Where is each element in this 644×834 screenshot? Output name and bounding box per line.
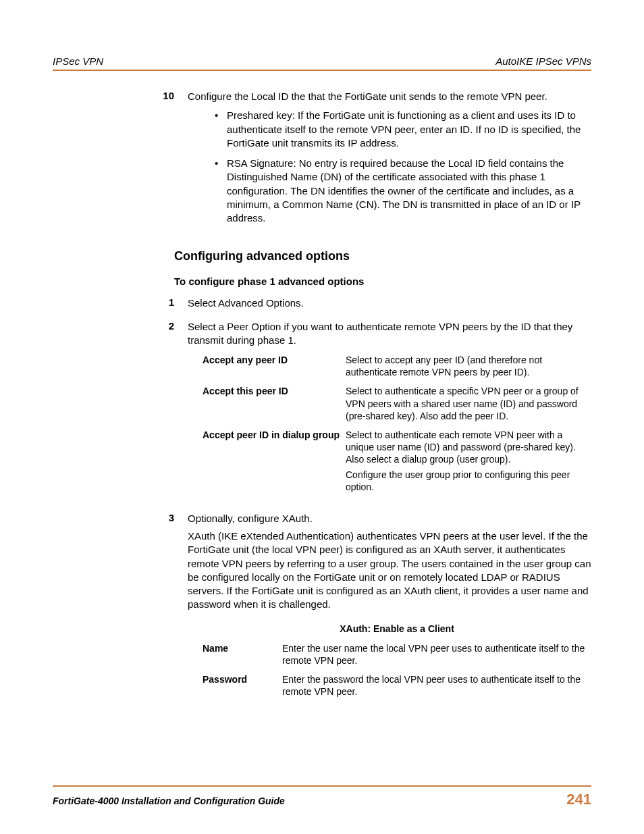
section-heading: Configuring advanced options [159,249,591,263]
page-header: IPSec VPN AutoIKE IPSec VPNs [53,55,591,67]
header-divider [53,70,591,71]
step-number: 10 [159,90,188,237]
step-number: 2 [159,320,188,502]
step-3: 3 Optionally, configure XAuth. XAuth (IK… [159,512,591,704]
option-label: Accept this peer ID [203,385,346,422]
header-left: IPSec VPN [53,55,103,67]
bullet-dot: • [215,109,227,150]
xauth-label: Password [203,673,282,698]
bullet-text: Preshared key: If the FortiGate unit is … [227,109,591,150]
page-number: 241 [566,791,591,808]
option-row: Accept peer ID in dialup group Select to… [203,429,591,493]
xauth-row: Password Enter the password the local VP… [203,673,591,698]
option-desc: Select to authenticate a specific VPN pe… [346,385,591,422]
option-desc: Select to authenticate each remote VPN p… [346,429,591,493]
step-number: 3 [159,512,188,704]
step-text: Configure the Local ID the that the Fort… [188,90,591,237]
bullet-item: • RSA Signature: No entry is required be… [188,157,591,225]
option-label: Accept any peer ID [203,354,346,378]
bullet-item: • Preshared key: If the FortiGate unit i… [188,109,591,150]
xauth-desc: Enter the user name the local VPN peer u… [282,642,591,667]
xauth-desc: Enter the password the local VPN peer us… [282,673,591,698]
footer-divider [53,785,591,787]
step-2: 2 Select a Peer Option if you want to au… [159,320,591,502]
xauth-heading: XAuth: Enable as a Client [188,623,591,635]
option-row: Accept any peer ID Select to accept any … [203,354,591,378]
header-right: AutoIKE IPSec VPNs [495,55,591,67]
bullet-dot: • [215,157,227,225]
option-label: Accept peer ID in dialup group [203,429,346,493]
option-row: Accept this peer ID Select to authentica… [203,385,591,422]
bullet-text: RSA Signature: No entry is required beca… [227,157,591,225]
footer-row: FortiGate-4000 Installation and Configur… [53,791,591,808]
xauth-label: Name [203,642,282,667]
sub-heading: To configure phase 1 advanced options [159,276,591,287]
footer-guide-title: FortiGate-4000 Installation and Configur… [53,796,285,806]
xauth-row: Name Enter the user name the local VPN p… [203,642,591,667]
option-desc: Select to accept any peer ID (and theref… [346,354,591,378]
xauth-table: Name Enter the user name the local VPN p… [188,642,591,698]
bullet-list: • Preshared key: If the FortiGate unit i… [188,109,591,225]
step-text: Select Advanced Options. [188,296,591,310]
step-text: Optionally, configure XAuth. XAuth (IKE … [188,512,591,704]
step-1: 1 Select Advanced Options. [159,296,591,310]
step-text: Select a Peer Option if you want to auth… [188,320,591,502]
step-number: 1 [159,296,188,310]
page-content: 10 Configure the Local ID the that the F… [53,90,591,704]
step-10: 10 Configure the Local ID the that the F… [159,90,591,237]
paragraph: XAuth (IKE eXtended Authentication) auth… [188,529,591,612]
peer-options-table: Accept any peer ID Select to accept any … [188,354,591,493]
page-footer: FortiGate-4000 Installation and Configur… [53,785,591,808]
